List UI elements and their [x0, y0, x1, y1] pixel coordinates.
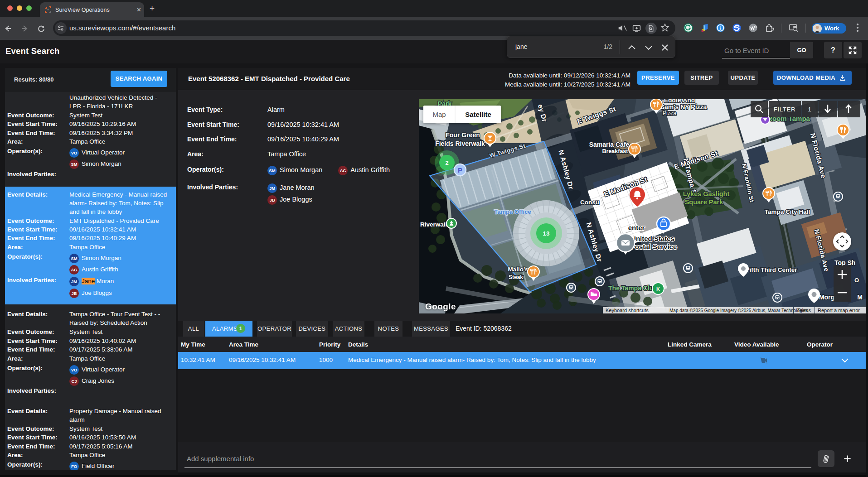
svg-text:Postal Service: Postal Service	[630, 243, 677, 251]
svg-text:Riverwalk: Riverwalk	[420, 221, 449, 228]
svg-text:Terms: Terms	[797, 308, 811, 313]
svg-text:Map: Map	[432, 111, 446, 118]
svg-text:Steak: Steak	[509, 274, 523, 280]
svg-text:Malio's: Malio's	[508, 266, 528, 273]
svg-text:Google: Google	[425, 302, 456, 311]
svg-text:Top Sh: Top Sh	[834, 259, 855, 266]
svg-text:Consu: Consu	[580, 199, 599, 206]
svg-text:The Tampa Club: The Tampa Club	[608, 284, 657, 292]
svg-text:Pizza: Pizza	[663, 110, 677, 116]
svg-text:Map data ©2025 Google Imagery: Map data ©2025 Google Imagery ©2025 Airb…	[669, 308, 808, 313]
svg-text:Tampa City Hall: Tampa City Hall	[765, 208, 810, 215]
svg-text:13: 13	[543, 230, 550, 237]
svg-text:FILTER: FILTER	[774, 106, 796, 113]
svg-text:Fields Riverwalk: Fields Riverwalk	[435, 140, 485, 147]
svg-text:O: O	[854, 277, 859, 284]
svg-text:2: 2	[445, 159, 448, 166]
svg-text:Four Green: Four Green	[446, 131, 480, 139]
svg-text:Fifth Third Center: Fifth Third Center	[746, 266, 797, 273]
svg-text:M: M	[857, 294, 863, 301]
svg-text:Lykes Gaslight: Lykes Gaslight	[683, 190, 730, 198]
svg-text:1: 1	[808, 106, 811, 113]
svg-text:P: P	[458, 166, 462, 174]
svg-text:Breakfast: Breakfast	[602, 148, 629, 154]
svg-text:Satellite: Satellite	[465, 111, 491, 118]
svg-text:Square Park: Square Park	[685, 198, 724, 206]
svg-text:Tampa Office: Tampa Office	[494, 208, 531, 215]
svg-text:Samaria Cafe: Samaria Cafe	[589, 141, 630, 148]
svg-text:Morg: Morg	[819, 294, 834, 301]
svg-text:K: K	[656, 286, 660, 292]
svg-text:enter: enter	[628, 224, 645, 231]
svg-text:Sam's NY Pizza: Sam's NY Pizza	[660, 103, 707, 111]
svg-text:United States: United States	[631, 235, 674, 242]
svg-text:Report a map error: Report a map error	[818, 308, 860, 313]
svg-text:Keyboard shortcuts: Keyboard shortcuts	[606, 308, 649, 313]
